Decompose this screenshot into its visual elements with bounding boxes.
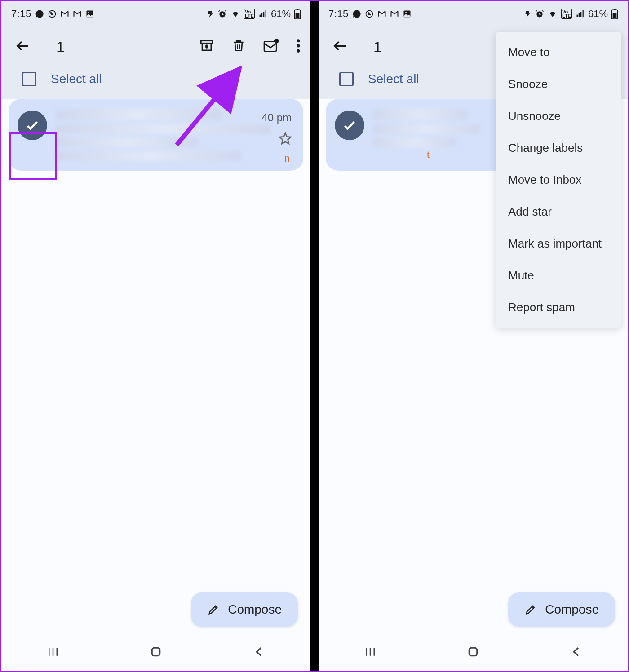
select-all-checkbox[interactable] bbox=[339, 72, 354, 86]
svg-rect-28 bbox=[580, 12, 582, 17]
email-orange-fragment: t bbox=[427, 149, 430, 161]
menu-unsnooze[interactable]: Unsnooze bbox=[496, 100, 621, 132]
gmail-m-icon bbox=[377, 9, 386, 18]
whatsapp-icon bbox=[365, 9, 374, 18]
svg-rect-5 bbox=[261, 13, 263, 17]
svg-rect-11 bbox=[201, 41, 213, 44]
svg-point-16 bbox=[297, 49, 300, 53]
compose-label: Compose bbox=[228, 602, 282, 617]
chat-icon bbox=[35, 9, 44, 18]
svg-rect-29 bbox=[582, 10, 584, 17]
delete-button[interactable] bbox=[231, 38, 246, 55]
email-timestamp: 40 pm bbox=[261, 111, 292, 124]
svg-rect-12 bbox=[264, 41, 276, 51]
svg-point-15 bbox=[297, 44, 300, 47]
alarm-icon bbox=[535, 9, 544, 18]
whatsapp-icon bbox=[48, 9, 57, 18]
app-bar: 1 bbox=[1, 26, 310, 67]
selected-count: 1 bbox=[44, 38, 186, 56]
status-right: VoLTE 61% bbox=[523, 8, 618, 20]
home-button[interactable] bbox=[466, 645, 480, 660]
email-orange-fragment: n bbox=[284, 153, 290, 164]
menu-mark-important[interactable]: Mark as important bbox=[496, 228, 621, 260]
svg-rect-26 bbox=[576, 14, 578, 17]
android-back-button[interactable] bbox=[569, 645, 583, 660]
svg-rect-6 bbox=[263, 12, 265, 17]
status-right: VoLTE 61% bbox=[206, 8, 301, 20]
svg-rect-21 bbox=[152, 648, 160, 656]
svg-rect-37 bbox=[469, 648, 477, 656]
svg-rect-7 bbox=[265, 10, 266, 17]
svg-point-24 bbox=[405, 12, 407, 13]
screenshot-divider bbox=[310, 1, 319, 671]
svg-point-14 bbox=[297, 39, 300, 42]
svg-rect-9 bbox=[296, 13, 300, 18]
battery-icon bbox=[611, 9, 618, 19]
status-left: 7:15 bbox=[328, 8, 412, 20]
svg-rect-32 bbox=[614, 9, 616, 10]
mark-unread-button[interactable] bbox=[263, 39, 279, 54]
battery-percent: 61% bbox=[271, 8, 291, 20]
select-all-checkbox[interactable] bbox=[22, 72, 36, 86]
volte-icon: VoLTE bbox=[561, 9, 572, 19]
phone-left: 7:15 VoLTE 61% 1 bbox=[1, 1, 310, 671]
selected-avatar[interactable] bbox=[18, 111, 47, 140]
alarm-icon bbox=[218, 9, 227, 18]
svg-rect-4 bbox=[259, 14, 261, 17]
battery-icon bbox=[294, 9, 301, 19]
svg-rect-10 bbox=[297, 9, 298, 10]
gmail-m-icon bbox=[390, 9, 399, 18]
svg-rect-27 bbox=[579, 13, 580, 17]
compose-button[interactable]: Compose bbox=[191, 592, 298, 627]
status-left: 7:15 bbox=[11, 8, 94, 20]
status-bar: 7:15 VoLTE 61% bbox=[319, 1, 628, 26]
screenshot-pair: 7:15 VoLTE 61% 1 bbox=[0, 0, 629, 672]
gallery-icon bbox=[403, 9, 412, 18]
menu-snooze[interactable]: Snooze bbox=[496, 68, 621, 100]
svg-point-2 bbox=[88, 12, 89, 13]
clock: 7:15 bbox=[328, 8, 349, 20]
back-button[interactable] bbox=[332, 38, 348, 56]
menu-add-star[interactable]: Add star bbox=[496, 196, 621, 228]
clock: 7:15 bbox=[11, 8, 31, 20]
menu-move-to-inbox[interactable]: Move to Inbox bbox=[496, 164, 621, 196]
recents-button[interactable] bbox=[363, 645, 377, 660]
menu-report-spam[interactable]: Report spam bbox=[496, 292, 621, 323]
select-all-row[interactable]: Select all bbox=[1, 67, 310, 99]
signal-icon bbox=[258, 9, 267, 18]
selected-avatar[interactable] bbox=[335, 111, 364, 140]
wifi-icon bbox=[230, 9, 240, 18]
phone-right: 7:15 VoLTE 61% 1 bbox=[319, 1, 628, 671]
battery-saving-icon bbox=[523, 10, 532, 18]
volte-icon: VoLTE bbox=[244, 9, 255, 19]
select-all-label: Select all bbox=[368, 72, 419, 86]
home-button[interactable] bbox=[149, 645, 163, 660]
email-preview bbox=[55, 109, 294, 161]
battery-percent: 61% bbox=[588, 8, 608, 20]
back-button[interactable] bbox=[15, 38, 31, 56]
android-navbar bbox=[1, 635, 310, 671]
menu-mute[interactable]: Mute bbox=[496, 260, 621, 292]
email-item[interactable]: 40 pm n bbox=[9, 99, 303, 171]
menu-change-labels[interactable]: Change labels bbox=[496, 132, 621, 164]
battery-saving-icon bbox=[206, 10, 214, 18]
svg-point-13 bbox=[275, 39, 278, 43]
android-navbar bbox=[319, 635, 628, 671]
menu-move-to[interactable]: Move to bbox=[496, 36, 621, 68]
gmail-m-icon bbox=[73, 9, 82, 18]
chat-icon bbox=[352, 9, 361, 18]
status-bar: 7:15 VoLTE 61% bbox=[1, 1, 310, 26]
android-back-button[interactable] bbox=[252, 645, 266, 660]
wifi-icon bbox=[548, 9, 558, 18]
overflow-menu-button[interactable] bbox=[296, 38, 301, 55]
compose-button[interactable]: Compose bbox=[508, 592, 615, 627]
overflow-menu: Move to Snooze Unsnooze Change labels Mo… bbox=[496, 32, 621, 328]
recents-button[interactable] bbox=[46, 645, 60, 660]
compose-label: Compose bbox=[545, 602, 599, 617]
gmail-m-icon bbox=[60, 9, 69, 18]
star-button[interactable] bbox=[278, 131, 292, 147]
gallery-icon bbox=[85, 9, 94, 18]
select-all-label: Select all bbox=[51, 72, 102, 86]
archive-button[interactable] bbox=[199, 38, 214, 55]
svg-rect-31 bbox=[613, 13, 617, 18]
